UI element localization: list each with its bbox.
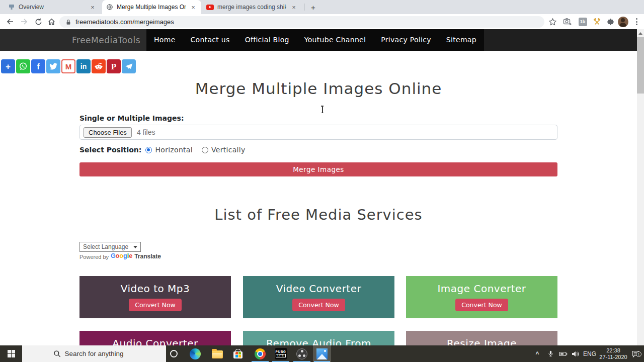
nav-item-blog[interactable]: Official Blog: [237, 29, 297, 51]
scroll-up-arrow[interactable]: [637, 29, 644, 37]
reddit-share-button[interactable]: [92, 59, 106, 73]
search-input[interactable]: [65, 350, 135, 357]
close-icon[interactable]: [89, 3, 97, 11]
tab-overview[interactable]: Overview: [4, 0, 101, 14]
language-select[interactable]: Select Language: [79, 242, 141, 252]
edge-button[interactable]: [185, 345, 205, 362]
translate-text[interactable]: Translate: [134, 253, 161, 260]
microsoft-store-button[interactable]: [228, 345, 248, 362]
browser-tabstrip: Overview Merge Multiple Images Online - …: [0, 0, 644, 14]
close-icon[interactable]: [290, 3, 298, 11]
tab-title: Merge Multiple Images Online -: [117, 4, 186, 11]
nav-item-home[interactable]: Home: [146, 29, 183, 51]
google-logo[interactable]: Google: [111, 251, 132, 260]
battery-tray-button[interactable]: [557, 345, 569, 362]
action-center-button[interactable]: 1: [629, 345, 642, 362]
convert-now-button[interactable]: Convert Now: [455, 299, 508, 311]
overview-favicon: [8, 4, 15, 11]
whatsapp-share-button[interactable]: [16, 59, 30, 73]
file-input[interactable]: Choose Files 4 files: [79, 125, 557, 140]
file-count: 4 files: [137, 128, 155, 136]
tab-separator: [304, 4, 304, 11]
home-button[interactable]: [45, 16, 57, 28]
obs-icon: [296, 348, 307, 359]
screenshot-extension-button[interactable]: [561, 16, 574, 28]
plus-icon: +: [6, 62, 11, 71]
card-image-converter: Image Converter Convert Now: [406, 276, 557, 318]
telegram-share-button[interactable]: [122, 59, 136, 73]
card-resize-image: Resize Image: [406, 331, 557, 345]
extension-badge: 1b: [579, 18, 587, 26]
share-plus-button[interactable]: +: [1, 59, 15, 73]
nav-item-youtube[interactable]: Youtube Channel: [297, 29, 373, 51]
reload-button[interactable]: [32, 16, 44, 28]
tray-expand-button[interactable]: ^: [532, 345, 542, 362]
linkedin-share-button[interactable]: in: [76, 59, 91, 73]
pubg-lite-button[interactable]: PUBGLITE: [271, 345, 291, 362]
close-icon[interactable]: [189, 3, 197, 11]
battery-icon: [559, 350, 568, 358]
card-audio-converter: Audio Converter: [79, 331, 231, 345]
profile-button[interactable]: [617, 16, 629, 28]
facebook-share-button[interactable]: f: [31, 59, 45, 73]
language-indicator[interactable]: ENG: [582, 345, 598, 362]
obs-button[interactable]: [292, 345, 312, 362]
gmail-share-button[interactable]: M: [61, 59, 75, 73]
nav-item-privacy[interactable]: Privacy Policy: [373, 29, 439, 51]
tab-title: merge images coding shiksha - Y: [217, 4, 286, 11]
scrollbar-thumb[interactable]: [637, 37, 644, 94]
forward-button[interactable]: [18, 16, 30, 28]
url-text: freemediatools.com/mergeimages: [75, 18, 174, 26]
back-button[interactable]: [4, 16, 16, 28]
cortana-button[interactable]: [164, 345, 184, 362]
merge-images-button[interactable]: Merge Images: [79, 162, 557, 176]
new-tab-button[interactable]: [308, 2, 318, 13]
extensions-menu-button[interactable]: [604, 16, 616, 28]
linkedin-icon: in: [80, 63, 87, 70]
chrome-button[interactable]: [250, 345, 270, 362]
radio-horizontal-label[interactable]: Horizontal: [155, 146, 192, 154]
microphone-tray-button[interactable]: [545, 345, 555, 362]
start-button[interactable]: [0, 345, 22, 362]
page-title: Merge Multiple Images Online: [0, 79, 637, 98]
nav-menu: Home Contact us Official Blog Youtube Ch…: [146, 29, 484, 51]
file-explorer-button[interactable]: [207, 345, 227, 362]
photos-button-active[interactable]: [313, 345, 331, 362]
convert-now-button[interactable]: Convert Now: [292, 299, 345, 311]
twitter-share-button[interactable]: [46, 59, 60, 73]
tools-extension-button[interactable]: [591, 16, 603, 28]
taskbar-search[interactable]: [22, 345, 166, 362]
nav-item-contact[interactable]: Contact us: [183, 29, 237, 51]
page-scrollbar[interactable]: [637, 29, 644, 345]
brand-box: FreeMediaTools: [0, 29, 146, 51]
tab-youtube[interactable]: merge images coding shiksha - Y: [202, 0, 302, 14]
chevron-up-icon: ^: [535, 350, 539, 357]
tab-merge-images[interactable]: Merge Multiple Images Online -: [102, 0, 201, 14]
volume-tray-button[interactable]: [570, 345, 581, 362]
position-label: Select Position:: [79, 146, 141, 154]
store-icon: [233, 351, 243, 358]
bookmark-button[interactable]: [546, 16, 558, 28]
extension-1b-button[interactable]: 1b: [577, 16, 589, 28]
tab-title: Overview: [19, 4, 85, 11]
address-bar[interactable]: freemediatools.com/mergeimages: [59, 16, 544, 28]
choose-files-button[interactable]: Choose Files: [84, 127, 132, 138]
radio-vertically[interactable]: [202, 147, 208, 153]
pinterest-share-button[interactable]: P: [107, 59, 121, 73]
microphone-icon: [547, 350, 554, 357]
home-icon: [47, 18, 56, 26]
avatar: [618, 17, 628, 27]
site-logo[interactable]: FreeMediaTools: [72, 35, 140, 45]
nav-item-sitemap[interactable]: Sitemap: [439, 29, 484, 51]
puzzle-icon: [606, 18, 615, 26]
radio-horizontal[interactable]: [145, 147, 152, 153]
convert-now-button[interactable]: Convert Now: [129, 299, 182, 311]
edge-icon: [190, 348, 201, 359]
three-dots-icon: [636, 18, 637, 25]
card-remove-audio: Remove Audio From: [243, 331, 394, 345]
time: 22:38: [599, 347, 627, 354]
browser-menu-button[interactable]: [630, 16, 642, 28]
clock[interactable]: 22:3827-11-2020: [599, 345, 628, 362]
radio-vertically-label[interactable]: Vertically: [211, 146, 246, 154]
back-icon: [6, 17, 15, 26]
